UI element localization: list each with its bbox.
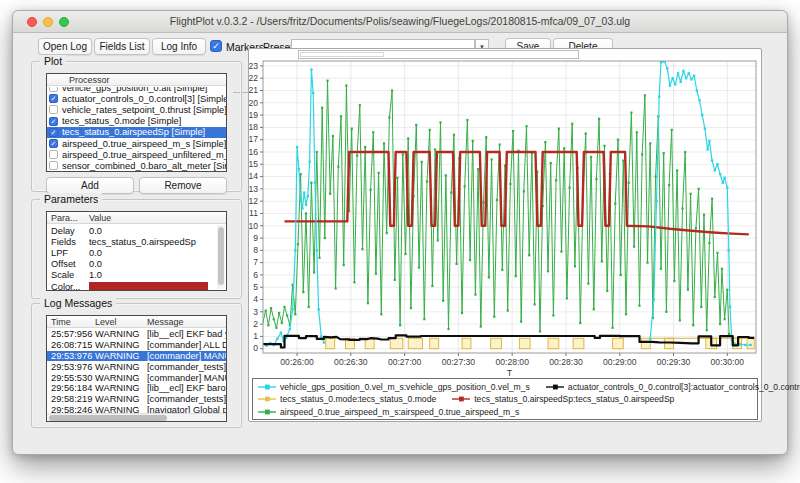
log-level: WARNING [95, 383, 147, 393]
plot-fields-header[interactable]: Processor [47, 74, 226, 86]
svg-text:17: 17 [249, 134, 258, 144]
legend-series-label: actuator_controls_0_0.control[3]:actuato… [568, 382, 800, 392]
markers-checkbox[interactable]: ✓ [210, 40, 222, 52]
field-label: vehicle_gps_position_0.alt [Simple] [62, 87, 207, 93]
parameters-table[interactable]: Para... Value Delay0.0Fieldstecs_status_… [46, 211, 227, 291]
parameters-table-header[interactable]: Para... Value [47, 212, 226, 224]
plot-field-row[interactable]: airspeed_0.true_airspeed_unfiltered_m_s … [47, 149, 226, 160]
svg-text:00:29:00: 00:29:00 [603, 357, 637, 367]
title-bar[interactable]: FlightPlot v.0.3.2 - /Users/fritz/Docume… [13, 11, 787, 33]
log-message-row[interactable]: 29:58:219WARNING[commander_tests] Fa [47, 394, 226, 405]
plot-field-row[interactable]: ✓airspeed_0.true_airspeed_m_s [Simple] [47, 138, 226, 149]
col-time: Time [47, 316, 95, 327]
log-table-header[interactable]: Time Level Message [47, 316, 226, 328]
add-field-button[interactable]: Add [46, 177, 134, 194]
log-messages-table[interactable]: Time Level Message 25:57:956WARNING[lib_… [46, 315, 227, 422]
svg-text:T: T [507, 368, 513, 378]
parameters-panel: Parameters Para... Value Delay0.0Fieldst… [31, 199, 242, 299]
field-checkbox[interactable]: ✓ [49, 94, 58, 103]
log-message: [navigator] Global pos [147, 405, 226, 413]
parameters-scrollbar[interactable] [217, 225, 225, 289]
log-messages-panel: Log Messages Time Level Message 25:57:95… [31, 303, 242, 428]
log-time: 29:53:976 [47, 351, 95, 361]
log-horizontal-scrollbar[interactable] [47, 413, 226, 421]
log-info-button[interactable]: Log Info [152, 38, 206, 55]
legend-series-label: vehicle_gps_position_0.vel_m_s:vehicle_g… [280, 382, 530, 392]
plot-fields-list[interactable]: Processor vehicle_gps_position_0.alt [Si… [46, 73, 227, 172]
parameter-name: LPF [47, 248, 89, 258]
col-value: Value [89, 212, 111, 223]
plot-field-row[interactable]: sensor_combined_0.baro_alt_meter [Simple… [47, 160, 226, 171]
svg-text:00:28:30: 00:28:30 [549, 357, 583, 367]
legend-entry: tecs_status_0.airspeedSp:tecs_status_0.a… [452, 394, 674, 404]
open-log-button[interactable]: Open Log [38, 38, 92, 55]
log-messages-panel-title: Log Messages [40, 297, 116, 309]
legend-series-marker-icon [258, 408, 276, 416]
plot-field-row[interactable]: ✓tecs_status_0.mode [Simple] [47, 116, 226, 127]
svg-text:2: 2 [253, 319, 258, 329]
field-checkbox[interactable] [49, 105, 58, 114]
field-checkbox[interactable] [49, 150, 58, 159]
parameter-value[interactable]: 0.0 [89, 248, 217, 258]
minimize-window-icon[interactable] [43, 17, 53, 27]
parameter-row[interactable]: Color... [47, 281, 217, 290]
parameter-row[interactable]: Delay0.0 [47, 225, 217, 236]
log-message-row[interactable]: 25:57:956WARNING[lib__ecl] EKF bad yaw [47, 329, 226, 340]
parameter-value[interactable] [89, 282, 217, 290]
svg-text:14: 14 [249, 171, 258, 181]
plot-field-row[interactable]: vehicle_rates_setpoint_0.thrust [Simple] [47, 104, 226, 115]
field-checkbox[interactable]: ✓ [49, 139, 58, 148]
log-message-row[interactable]: 29:53:976WARNING[commander_tests] Fa [47, 361, 226, 372]
parameter-value[interactable]: 1.0 [89, 270, 217, 280]
log-message-row[interactable]: 29:55:530WARNING[commander] MANUAL [47, 372, 226, 383]
fields-list-button[interactable]: Fields List [94, 38, 150, 55]
field-checkbox[interactable] [49, 161, 58, 170]
flight-chart[interactable]: 0123456789101112131415161718192021222300… [249, 49, 761, 379]
log-message: [commander] ALL DAT [147, 340, 226, 350]
parameter-value[interactable]: tecs_status_0.airspeedSp [89, 237, 217, 247]
legend-series-label: airspeed_0.true_airspeed_m_s:airspeed_0.… [280, 407, 519, 417]
field-checkbox[interactable] [49, 87, 58, 92]
svg-text:11: 11 [249, 208, 258, 218]
field-checkbox[interactable]: ✓ [49, 117, 58, 126]
svg-text:8: 8 [253, 245, 258, 255]
parameter-value[interactable]: 0.0 [89, 259, 217, 269]
color-swatch[interactable] [89, 282, 208, 290]
svg-text:00:27:00: 00:27:00 [388, 357, 422, 367]
parameter-row[interactable]: Scale1.0 [47, 270, 217, 281]
parameter-row[interactable]: Fieldstecs_status_0.airspeedSp [47, 236, 217, 247]
legend-entry: tecs_status_0.mode:tecs_status_0.mode [258, 394, 436, 404]
field-checkbox[interactable]: ✓ [49, 128, 58, 137]
svg-text:00:26:30: 00:26:30 [334, 357, 368, 367]
parameter-row[interactable]: Offset0.0 [47, 259, 217, 270]
svg-text:00:28:00: 00:28:00 [495, 357, 529, 367]
log-time: 29:58:219 [47, 394, 95, 404]
plot-field-row[interactable]: ✓actuator_controls_0_0.control[3] [Simpl… [47, 93, 226, 104]
chart-legend: vehicle_gps_position_0.vel_m_s:vehicle_g… [252, 378, 758, 420]
svg-text:16: 16 [249, 147, 258, 157]
close-window-icon[interactable] [27, 17, 37, 27]
parameter-name: Delay [47, 226, 89, 236]
window-title: FlightPlot v.0.3.2 - /Users/fritz/Docume… [83, 15, 717, 27]
plot-field-row[interactable]: ✓tecs_status_0.airspeedSp [Simple] [47, 127, 226, 138]
parameter-value[interactable]: 0.0 [89, 226, 217, 236]
log-message-row[interactable]: 26:08:715WARNING[commander] ALL DAT [47, 340, 226, 351]
remove-field-button[interactable]: Remove [139, 177, 227, 194]
plot-panel: Plot Processor vehicle_gps_position_0.al… [31, 61, 242, 192]
field-label: airspeed_0.true_airspeed_unfiltered_m_s … [62, 150, 226, 160]
parameter-name: Color... [47, 282, 89, 290]
parameter-row[interactable]: LPF0.0 [47, 247, 217, 258]
plot-field-row[interactable]: vehicle_gps_position_0.alt [Simple] [47, 87, 226, 93]
legend-row: airspeed_0.true_airspeed_m_s:airspeed_0.… [258, 406, 752, 418]
log-message-row[interactable]: 29:56:184WARNING[lib__ecl] EKF baro hgt [47, 383, 226, 394]
zoom-window-icon[interactable] [59, 17, 69, 27]
svg-text:13: 13 [249, 184, 258, 194]
log-message: [commander] MANUAL [147, 373, 226, 383]
log-level: WARNING [95, 373, 147, 383]
log-message-row[interactable]: 29:58:246WARNING[navigator] Global pos [47, 405, 226, 413]
log-time: 29:56:184 [47, 383, 95, 393]
log-message: [commander] MANUAL [147, 351, 226, 361]
svg-text:5: 5 [253, 282, 258, 292]
log-message-row[interactable]: 29:53:976WARNING[commander] MANUAL [47, 351, 226, 362]
log-level: WARNING [95, 362, 147, 372]
